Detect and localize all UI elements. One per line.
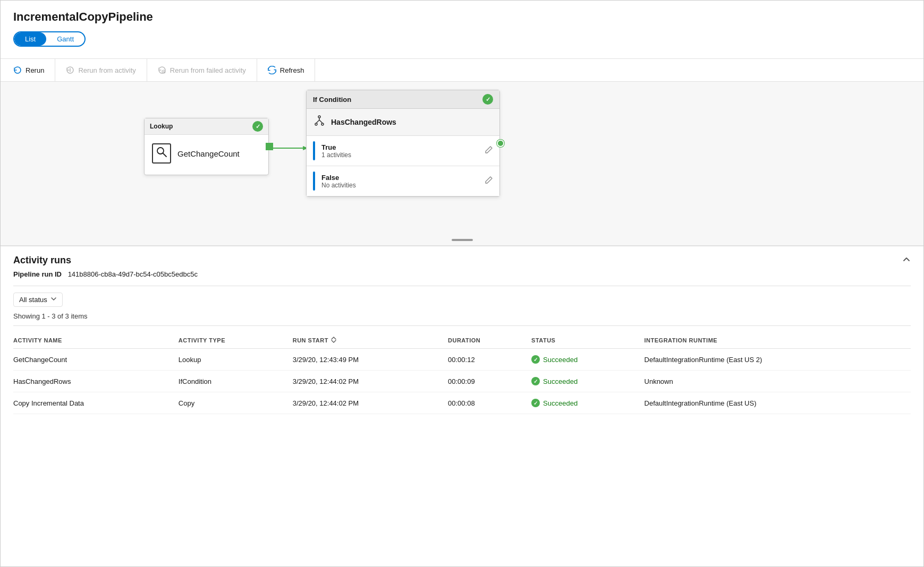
status-text: Succeeded bbox=[543, 356, 578, 364]
col-run-start[interactable]: RUN START bbox=[293, 332, 448, 349]
true-branch-edit-icon[interactable] bbox=[485, 145, 493, 156]
svg-line-4 bbox=[163, 153, 166, 157]
lookup-node-body: GetChangeCount bbox=[145, 135, 268, 172]
pipeline-run-id-row: Pipeline run ID 141b8806-cb8a-49d7-bc54-… bbox=[13, 270, 911, 278]
sort-icon bbox=[330, 337, 337, 344]
cell-activity-name: Copy Incremental Data bbox=[13, 392, 179, 414]
rerun-from-activity-icon bbox=[66, 66, 74, 74]
if-right-connector bbox=[497, 140, 504, 147]
table-row[interactable]: Copy Incremental Data Copy 3/29/20, 12:4… bbox=[13, 392, 911, 414]
lookup-node-label: GetChangeCount bbox=[177, 149, 240, 158]
rerun-from-activity-button[interactable]: Rerun from activity bbox=[55, 59, 147, 81]
cell-duration: 00:00:09 bbox=[448, 371, 531, 392]
cell-activity-type: Copy bbox=[179, 392, 293, 414]
table-body: GetChangeCount Lookup 3/29/20, 12:43:49 … bbox=[13, 349, 911, 414]
true-branch-info: True 1 activities bbox=[321, 143, 485, 159]
if-condition-node[interactable]: If Condition ✓ HasChangedRows Tru bbox=[306, 90, 500, 197]
svg-line-2 bbox=[163, 71, 164, 72]
pipeline-canvas[interactable]: Lookup ✓ GetChangeCount If Condition ✓ bbox=[1, 82, 923, 246]
col-activity-name: ACTIVITY NAME bbox=[13, 332, 179, 349]
rerun-from-failed-button[interactable]: Rerun from failed activity bbox=[147, 59, 257, 81]
svg-line-12 bbox=[319, 120, 323, 123]
if-node-header: If Condition ✓ bbox=[307, 90, 499, 109]
rerun-from-activity-label: Rerun from activity bbox=[78, 66, 135, 74]
status-badge: ✓ bbox=[531, 399, 540, 407]
cell-status: ✓ Succeeded bbox=[531, 349, 644, 371]
chevron-down-icon bbox=[50, 296, 57, 304]
cell-activity-type: Lookup bbox=[179, 349, 293, 371]
false-branch-sub: No activities bbox=[321, 182, 485, 189]
if-node-title: If Condition bbox=[313, 96, 351, 104]
status-text: Succeeded bbox=[543, 377, 578, 385]
pipeline-run-id-label: Pipeline run ID bbox=[13, 270, 62, 278]
view-toggle: List Gantt bbox=[13, 31, 86, 47]
page-title: IncrementalCopyPipeline bbox=[13, 10, 911, 24]
if-node-sub-label: HasChangedRows bbox=[331, 118, 396, 126]
activity-table: ACTIVITY NAME ACTIVITY TYPE RUN START bbox=[13, 332, 911, 414]
toolbar: Rerun Rerun from activity Rerun from fai… bbox=[1, 58, 923, 82]
table-row[interactable]: GetChangeCount Lookup 3/29/20, 12:43:49 … bbox=[13, 349, 911, 371]
activity-runs-header: Activity runs bbox=[13, 246, 911, 270]
cell-status: ✓ Succeeded bbox=[531, 371, 644, 392]
rerun-icon bbox=[13, 66, 22, 74]
cell-activity-name: HasChangedRows bbox=[13, 371, 179, 392]
items-count: Showing 1 - 3 of 3 items bbox=[13, 312, 911, 326]
lookup-search-icon bbox=[152, 143, 171, 164]
cell-run-start: 3/29/20, 12:44:02 PM bbox=[293, 392, 448, 414]
list-view-button[interactable]: List bbox=[14, 32, 46, 46]
table-header: ACTIVITY NAME ACTIVITY TYPE RUN START bbox=[13, 332, 911, 349]
activity-runs-section: Activity runs Pipeline run ID 141b8806-c… bbox=[1, 246, 923, 414]
table-row[interactable]: HasChangedRows IfCondition 3/29/20, 12:4… bbox=[13, 371, 911, 392]
status-badge: ✓ bbox=[531, 377, 540, 385]
cell-status: ✓ Succeeded bbox=[531, 392, 644, 414]
if-node-icon bbox=[313, 114, 326, 130]
false-branch-edit-icon[interactable] bbox=[485, 176, 493, 186]
refresh-label: Refresh bbox=[280, 66, 304, 74]
rerun-from-failed-icon bbox=[158, 66, 166, 74]
svg-point-8 bbox=[315, 123, 317, 125]
cell-activity-name: GetChangeCount bbox=[13, 349, 179, 371]
true-branch-sub: 1 activities bbox=[321, 151, 485, 159]
cell-run-start: 3/29/20, 12:43:49 PM bbox=[293, 349, 448, 371]
rerun-from-failed-label: Rerun from failed activity bbox=[170, 66, 246, 74]
rerun-button[interactable]: Rerun bbox=[13, 59, 55, 81]
canvas-scroll-hint bbox=[452, 239, 473, 241]
svg-point-3 bbox=[157, 148, 164, 154]
svg-line-11 bbox=[316, 120, 319, 123]
col-duration: DURATION bbox=[448, 332, 531, 349]
lookup-node-title: Lookup bbox=[150, 123, 173, 130]
col-status: STATUS bbox=[531, 332, 644, 349]
gantt-view-button[interactable]: Gantt bbox=[46, 32, 84, 46]
status-text: Succeeded bbox=[543, 399, 578, 407]
col-integration-runtime: INTEGRATION RUNTIME bbox=[645, 332, 911, 349]
true-branch-bar bbox=[313, 141, 315, 160]
false-branch[interactable]: False No activities bbox=[307, 166, 499, 196]
cell-duration: 00:00:12 bbox=[448, 349, 531, 371]
if-node-subheader: HasChangedRows bbox=[307, 109, 499, 136]
status-filter-dropdown[interactable]: All status bbox=[13, 293, 63, 307]
status-badge: ✓ bbox=[531, 355, 540, 364]
false-branch-info: False No activities bbox=[321, 174, 485, 189]
refresh-button[interactable]: Refresh bbox=[257, 59, 316, 81]
lookup-right-connector bbox=[266, 143, 273, 150]
divider bbox=[13, 286, 911, 286]
if-success-badge: ✓ bbox=[482, 94, 493, 105]
cell-activity-type: IfCondition bbox=[179, 371, 293, 392]
cell-run-start: 3/29/20, 12:44:02 PM bbox=[293, 371, 448, 392]
cell-duration: 00:00:08 bbox=[448, 392, 531, 414]
collapse-button[interactable] bbox=[902, 255, 911, 266]
lookup-node-header: Lookup ✓ bbox=[145, 118, 268, 135]
pipeline-run-id-value: 141b8806-cb8a-49d7-bc54-c05bc5edbc5c bbox=[68, 270, 198, 278]
cell-integration-runtime: Unknown bbox=[645, 371, 911, 392]
svg-point-7 bbox=[318, 116, 320, 118]
activity-runs-title: Activity runs bbox=[13, 255, 71, 266]
lookup-node[interactable]: Lookup ✓ GetChangeCount bbox=[144, 118, 269, 175]
lookup-success-badge: ✓ bbox=[252, 121, 263, 132]
rerun-label: Rerun bbox=[26, 66, 44, 74]
false-branch-title: False bbox=[321, 174, 485, 182]
col-activity-type: ACTIVITY TYPE bbox=[179, 332, 293, 349]
connector-arrow bbox=[268, 143, 311, 153]
cell-integration-runtime: DefaultIntegrationRuntime (East US 2) bbox=[645, 349, 911, 371]
true-branch[interactable]: True 1 activities bbox=[307, 136, 499, 166]
refresh-icon bbox=[268, 66, 276, 74]
